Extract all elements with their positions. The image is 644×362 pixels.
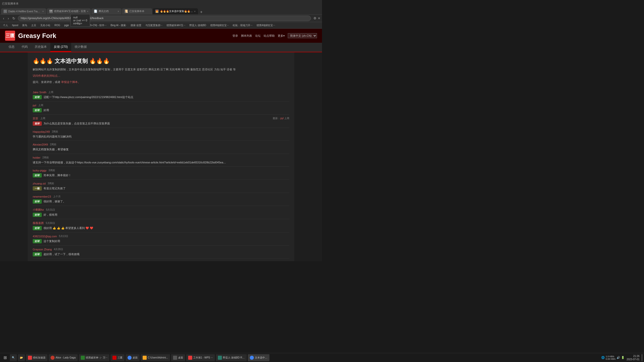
logo-text: Greasy Fork (18, 32, 56, 40)
header-script-list[interactable]: 脚本列表 (241, 34, 252, 38)
extensions-icon[interactable]: ⚙ (313, 16, 316, 20)
comment-time: 上周 (40, 117, 45, 120)
nav-code[interactable]: 代码 (18, 43, 31, 52)
comment-user[interactable]: newmember23 (33, 195, 51, 198)
reload-button[interactable]: ↻ (11, 16, 16, 21)
comment-header: lucky-piggy 3周前 (33, 169, 289, 172)
tab-close[interactable]: × (42, 10, 44, 13)
comment-user[interactable]: zhuang-zd (33, 182, 46, 185)
comment-time: 2周前 (50, 143, 57, 146)
site-header: 三匮 Greasy Fork 登录 脚本列表 论坛 站点帮助 更多▾ 简体中文 … (0, 29, 322, 43)
tab-map[interactable]: 🗺 猎黑破坏神V互动地图 - 百黑 × (47, 8, 91, 14)
browser-title-bar: 已安装脚本本 (0, 0, 322, 7)
comment-body: 请支持一下作业帮的链接，比如这个https://tools-vue.zuoyeb… (33, 160, 289, 165)
tab-favicon: 🎮 (4, 10, 7, 13)
header-login[interactable]: 登录 (232, 34, 238, 38)
tab-close3[interactable]: × (118, 10, 119, 13)
support-link[interactable]: 访问作者的支持站点… (33, 74, 60, 77)
bookmark-aur[interactable]: AUR (zh-CN) - 软件··· (81, 23, 108, 28)
tab-installed[interactable]: 📜 已安装脚本本 (122, 8, 152, 14)
header-help[interactable]: 站点帮助 (264, 34, 275, 38)
tab-close5[interactable]: × (194, 10, 196, 13)
bookmark-tudou[interactable]: 土豆 (30, 23, 38, 28)
header-right: 登录 脚本列表 论坛 站点帮助 更多▾ 简体中文 (zh-CN) (232, 33, 317, 38)
header-more[interactable]: 更多▾ (278, 34, 285, 38)
bookmarks-bar: 个人 hpool 菜鸟 土豆 无名小站 ROG pgje laodi AUR (… (0, 22, 322, 29)
comment-body: 好评 好，很有用 (33, 213, 289, 217)
nav-history[interactable]: 历史版本 (31, 43, 50, 52)
logo-abbr: 三匮 (6, 33, 15, 39)
forward-button[interactable]: › (7, 16, 10, 21)
comment-body: 好评 很好用，谢谢了。 (33, 199, 289, 204)
rating-badge: 好评 (33, 95, 42, 99)
comment-user[interactable]: Happyday249 (33, 130, 50, 133)
report-link[interactable]: 举报这个脚本。 (61, 80, 80, 83)
bookmark-pgje[interactable]: pgje (63, 23, 70, 27)
tab-diablo[interactable]: 🎮 Diablo 4 Hellfire Event Tracker × (1, 8, 46, 14)
back-button[interactable]: ‹ (2, 16, 5, 21)
comment-user[interactable]: lucky-piggy (33, 169, 47, 172)
comment-header: Jake Smith 上周 (33, 90, 289, 94)
comment-user[interactable]: Jake Smith (33, 91, 46, 94)
meta-user-link[interactable]: pyl (280, 117, 284, 120)
bookmark-rog[interactable]: ROG (53, 23, 62, 27)
comment-user[interactable]: 小鹅鹅hz (33, 208, 44, 212)
bookmark-hellfire2[interactable]: 猎黑4地狱狂宝··· (255, 23, 277, 28)
bookmark-hpool[interactable]: hpool (11, 23, 20, 27)
comment-time: 3周前 (48, 182, 54, 185)
comment-time: 5月30日 (46, 221, 55, 225)
tab-copy-script[interactable]: 🔥 🔥🔥🔥文本选中复制🔥🔥🔥 × (153, 8, 198, 14)
header-forum[interactable]: 论坛 (255, 34, 261, 38)
bookmark-wuming[interactable]: 无名小站 (39, 23, 52, 28)
comment-item: Jake Smith 上周 好评 适配一下http://www.jdxzz.co… (33, 88, 289, 102)
site-logo: 三匮 Greasy Fork (5, 31, 56, 41)
bookmark-bing[interactable]: Bing AI - 搜索· (109, 23, 128, 28)
comment-item: lucky-piggy 3周前 好评 简单实用，脚本很好！ (33, 167, 289, 180)
rating-badge: 好评 (33, 173, 42, 177)
comment-item: Alexian2049 2周前 腾讯文档复制失败，希望修复 (33, 141, 289, 154)
bookmark-diablo[interactable]: 猎黑破坏神V互··· (165, 23, 187, 28)
comment-time: 3周前 (49, 169, 55, 172)
comment-user[interactable]: pyl (33, 104, 36, 107)
tab-tencent[interactable]: 📄 腾讯文档 × (91, 8, 122, 14)
language-select[interactable]: 简体中文 (zh-CN) (288, 33, 317, 38)
rating-badge: 一般 (33, 186, 42, 191)
bookmark-pine[interactable]: 松鼠：双端刀开··· (231, 23, 254, 28)
comment-user[interactable]: Grayson Zhang (33, 248, 52, 251)
comment-user[interactable]: holder (33, 156, 41, 159)
nav-stats[interactable]: 统计数据 (71, 43, 90, 52)
script-description: 解除网站不允许复制的限制，文本选中后点击复制按钮即可复制，主要用于 百度文库 道… (33, 66, 289, 74)
nav-info[interactable]: 信息 (5, 43, 18, 52)
bookmark-hellfire[interactable]: 猎黑4地狱狂宝··· (209, 23, 230, 28)
comment-time: 上个月 (53, 195, 61, 198)
logo-icon: 三匮 (5, 31, 15, 41)
comment-header: zhuang-zd 3周前 (33, 182, 289, 185)
comment-body: 好评 简单实用，脚本很好！ (33, 173, 289, 177)
comment-meta-right: 最新：pyl 上周 (273, 117, 289, 120)
comment-user[interactable]: Alexian2049 (33, 143, 48, 146)
comment-user[interactable]: 43821032@qq.com (33, 235, 57, 238)
script-nav: 信息 代码 历史版本 反馈 (270) 统计数据 (0, 43, 322, 52)
rating-badge: 好评 (33, 226, 42, 230)
rating-badge: 差评 (33, 121, 42, 126)
rating-badge: 好评 (33, 239, 42, 243)
bookmark-barb[interactable]: 野蛮人·游戏BD (188, 23, 208, 28)
bookmark-personal[interactable]: 个人 (2, 23, 10, 28)
address-bar[interactable]: https://greasyfork.org/zh-CN/scripts/405… (18, 16, 311, 21)
tab-close2[interactable]: × (87, 10, 89, 13)
bookmark-laodi[interactable]: laodi (71, 23, 80, 27)
bookmark-search[interactable]: 搜索·设置 (129, 23, 143, 28)
comment-time: 5月13日 (59, 235, 68, 238)
rating-badge: 好评 (33, 199, 42, 204)
bookmark-cluster[interactable]: 与互配置集群··· (144, 23, 164, 28)
comment-time: 2周前 (43, 156, 49, 159)
comment-item: 小鹅鹅hz 5月31日 好评 好，很有用 (33, 206, 289, 219)
comment-user[interactable]: 薇薇嘉茜 (33, 221, 44, 225)
new-tab-button[interactable]: + (198, 10, 204, 14)
comment-body: 腾讯文档复制失败，希望修复 (33, 147, 289, 152)
menu-icon[interactable]: ≡ (318, 16, 320, 20)
bookmark-rookie[interactable]: 菜鸟 (21, 23, 29, 28)
nav-feedback[interactable]: 反馈 (270) (50, 43, 71, 52)
comment-user[interactable]: 苏苏 (33, 117, 38, 120)
script-title: 🔥🔥🔥 文本选中复制 🔥🔥🔥 (33, 55, 289, 66)
